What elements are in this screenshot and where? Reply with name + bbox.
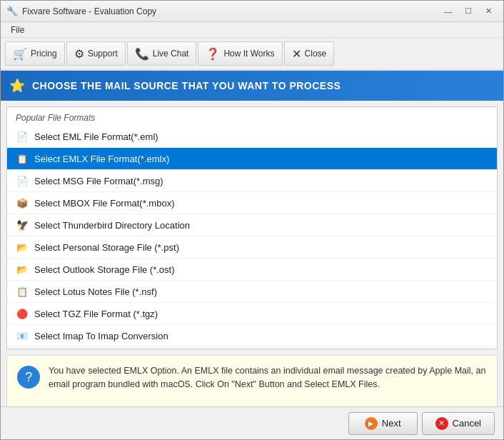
title-bar: 🔧 Fixvare Software - Evaluation Copy — ☐…: [1, 1, 503, 22]
close-toolbar-button[interactable]: ✕ Close: [284, 41, 335, 66]
next-play-icon: ▶: [365, 417, 378, 430]
format-list-container[interactable]: Popular File Formats 📄 Select EML File F…: [6, 106, 498, 349]
support-icon: ⚙: [74, 47, 84, 61]
thunderbird-label: Select Thunderbird Directory Location: [34, 220, 190, 231]
title-bar-controls: — ☐ ✕: [439, 4, 498, 19]
maximize-button[interactable]: ☐: [459, 4, 478, 19]
format-list: 📄 Select EML File Format(*.eml) 📋 Select…: [7, 126, 497, 349]
format-item-tgz[interactable]: 🔴 Select TGZ File Format (*.tgz): [7, 303, 497, 325]
section-header: ⭐ CHOOSE THE MAIL SOURCE THAT YOU WANT T…: [1, 71, 503, 101]
pst-label: Select Personal Storage File (*.pst): [34, 242, 179, 253]
info-text: You have selected EMLX Option. An EMLX f…: [49, 364, 487, 391]
close-toolbar-icon: ✕: [292, 47, 301, 61]
how-it-works-label: How It Works: [223, 49, 274, 59]
msg-icon: 📄: [16, 174, 29, 187]
menu-item-file[interactable]: File: [5, 24, 30, 36]
info-box: ? You have selected EMLX Option. An EMLX…: [6, 355, 498, 412]
eml-icon: 📄: [16, 130, 29, 143]
pricing-button[interactable]: 🛒 Pricing: [5, 41, 65, 66]
menu-bar: File: [1, 22, 503, 38]
minimize-button[interactable]: —: [439, 4, 458, 19]
format-item-ost[interactable]: 📂 Select Outlook Storage File (*.ost): [7, 259, 497, 281]
format-item-eml[interactable]: 📄 Select EML File Format(*.eml): [7, 126, 497, 148]
msg-label: Select MSG File Format(*.msg): [34, 176, 163, 186]
format-item-nsf[interactable]: 📋 Select Lotus Notes File (*.nsf): [7, 281, 497, 303]
format-item-msg[interactable]: 📄 Select MSG File Format(*.msg): [7, 170, 497, 192]
format-item-imap-convert[interactable]: 📧 Select Imap To Imap Conversion: [7, 325, 497, 347]
mbox-label: Select MBOX File Format(*.mbox): [34, 198, 175, 209]
info-icon: ?: [17, 366, 40, 389]
imap-convert-label: Select Imap To Imap Conversion: [34, 331, 168, 341]
cancel-label: Cancel: [453, 418, 481, 429]
emlx-icon: 📋: [16, 152, 29, 165]
app-icon: 🔧: [6, 6, 18, 17]
cancel-button[interactable]: ✕ Cancel: [422, 412, 495, 435]
pricing-icon: 🛒: [13, 47, 27, 61]
how-it-works-icon: ❓: [206, 47, 220, 61]
title-bar-text: Fixvare Software - Evaluation Copy: [22, 6, 156, 16]
cancel-x-icon: ✕: [435, 417, 448, 430]
section-header-icon: ⭐: [9, 78, 25, 94]
nsf-label: Select Lotus Notes File (*.nsf): [34, 286, 157, 297]
pricing-label: Pricing: [31, 49, 57, 59]
tgz-icon: 🔴: [16, 307, 29, 320]
ost-icon: 📂: [16, 263, 29, 276]
next-label: Next: [382, 418, 401, 429]
toolbar: 🛒 Pricing ⚙ Support 📞 Live Chat ❓ How It…: [1, 38, 503, 71]
format-item-pst[interactable]: 📂 Select Personal Storage File (*.pst): [7, 236, 497, 259]
mbox-icon: 📦: [16, 196, 29, 209]
eml-label: Select EML File Format(*.eml): [34, 131, 158, 142]
ost-label: Select Outlook Storage File (*.ost): [34, 264, 175, 275]
emlx-label: Select EMLX File Format(*.emlx): [34, 154, 169, 164]
bottom-bar: ▶ Next ✕ Cancel: [1, 406, 503, 439]
thunderbird-icon: 🦅: [16, 219, 29, 231]
imap-convert-icon: 📧: [16, 329, 29, 342]
file-formats-group-label: Popular File Formats: [7, 107, 497, 126]
title-bar-left: 🔧 Fixvare Software - Evaluation Copy: [6, 6, 156, 17]
live-chat-icon: 📞: [135, 47, 149, 61]
support-label: Support: [88, 49, 118, 59]
format-item-emlx[interactable]: 📋 Select EMLX File Format(*.emlx): [7, 148, 497, 170]
pst-icon: 📂: [16, 241, 29, 254]
live-chat-button[interactable]: 📞 Live Chat: [127, 41, 197, 66]
tgz-label: Select TGZ File Format (*.tgz): [34, 309, 158, 319]
format-item-imap-backup[interactable]: 📧 Select Imap Backup Conversion: [7, 347, 497, 349]
next-button[interactable]: ▶ Next: [348, 412, 418, 435]
section-header-text: CHOOSE THE MAIL SOURCE THAT YOU WANT TO …: [32, 80, 341, 91]
nsf-icon: 📋: [16, 285, 29, 298]
support-button[interactable]: ⚙ Support: [66, 41, 126, 66]
format-item-thunderbird[interactable]: 🦅 Select Thunderbird Directory Location: [7, 214, 497, 236]
how-it-works-button[interactable]: ❓ How It Works: [198, 41, 282, 66]
close-toolbar-label: Close: [305, 49, 327, 59]
window-close-button[interactable]: ✕: [479, 4, 498, 19]
format-item-mbox[interactable]: 📦 Select MBOX File Format(*.mbox): [7, 192, 497, 214]
info-icon-text: ?: [25, 370, 32, 385]
live-chat-label: Live Chat: [153, 49, 189, 59]
